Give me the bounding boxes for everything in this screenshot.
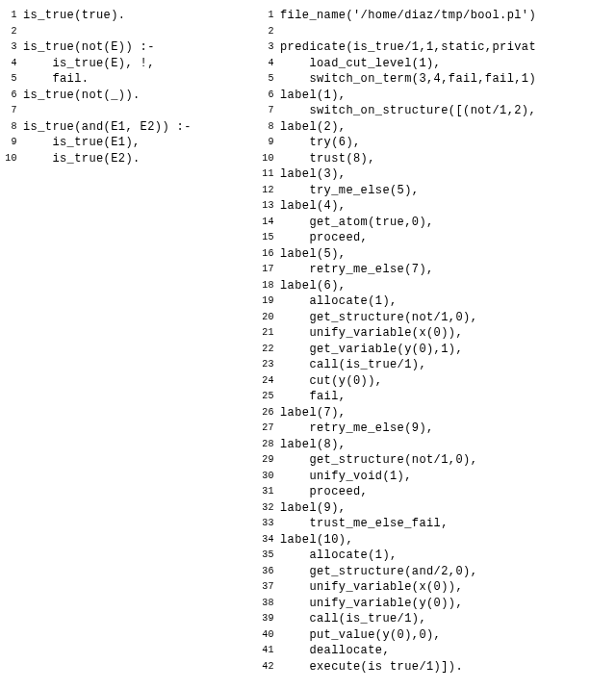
line-number: 17	[261, 262, 280, 278]
line-number: 6	[261, 88, 280, 104]
line-text: get_atom(true,0),	[280, 215, 434, 231]
line-text: label(7),	[280, 405, 346, 421]
source-code-column: 1is_true(true).23is_true(not(E)) :-4 is_…	[4, 8, 249, 675]
line-number: 9	[261, 135, 280, 151]
right-line: 11label(3),	[261, 166, 612, 183]
line-number: 4	[4, 56, 23, 72]
line-number: 36	[261, 564, 280, 580]
line-number: 40	[261, 627, 280, 644]
right-line: 20 get_structure(not/1,0),	[261, 310, 612, 326]
right-line: 14 get_atom(true,0),	[261, 215, 612, 231]
right-line: 8label(2),	[261, 119, 612, 136]
right-line: 35 allocate(1),	[261, 548, 612, 564]
right-line: 34label(10),	[261, 532, 612, 549]
right-line: 19 allocate(1),	[261, 293, 612, 310]
right-line: 2	[261, 24, 612, 40]
line-text: label(6),	[280, 278, 346, 294]
right-line: 32label(9),	[261, 500, 612, 517]
line-text: try(6),	[280, 135, 361, 151]
line-text: try_me_else(5),	[280, 183, 419, 199]
line-number: 4	[261, 56, 280, 72]
line-text: get_variable(y(0),1),	[280, 342, 463, 358]
line-number: 3	[261, 39, 280, 56]
line-text: unify_variable(x(0)),	[280, 325, 463, 342]
line-text: is_true(true).	[23, 8, 125, 24]
line-number: 20	[261, 310, 280, 326]
right-line: 21 unify_variable(x(0)),	[261, 325, 612, 342]
line-text: execute(is true/1)]).	[280, 659, 463, 676]
line-text: retry_me_else(9),	[280, 421, 434, 437]
line-text: unify_variable(x(0)),	[280, 579, 463, 596]
line-text: is_true(E2).	[23, 151, 141, 167]
line-number: 8	[261, 119, 280, 136]
line-number: 26	[261, 405, 280, 421]
line-number: 25	[261, 389, 280, 405]
line-text: proceed,	[280, 484, 368, 500]
line-text: switch_on_structure([(not/1,2),	[280, 103, 536, 119]
line-number: 24	[261, 373, 280, 390]
left-line: 7	[4, 103, 249, 119]
right-line: 4 load_cut_level(1),	[261, 56, 612, 72]
line-text: fail.	[23, 71, 89, 88]
line-number: 23	[261, 357, 280, 373]
right-line: 27 retry_me_else(9),	[261, 421, 612, 437]
line-number: 39	[261, 611, 280, 627]
line-text: get_structure(and/2,0),	[280, 564, 477, 580]
line-number: 34	[261, 532, 280, 549]
line-number: 38	[261, 596, 280, 612]
line-text: is_true(not(E)) :-	[23, 39, 155, 56]
line-number: 5	[4, 71, 23, 88]
right-line: 29 get_structure(not/1,0),	[261, 452, 612, 469]
left-line: 10 is_true(E2).	[4, 151, 249, 167]
line-number: 22	[261, 342, 280, 358]
right-line: 1file_name('/home/diaz/tmp/bool.pl')	[261, 8, 612, 24]
line-text: label(9),	[280, 500, 346, 517]
left-line: 4 is_true(E), !,	[4, 56, 249, 72]
right-line: 42 execute(is true/1)]).	[261, 659, 612, 676]
line-number: 10	[4, 151, 23, 167]
line-text: label(8),	[280, 437, 346, 453]
right-line: 30 unify_void(1),	[261, 469, 612, 485]
line-number: 27	[261, 421, 280, 437]
line-number: 7	[261, 103, 280, 119]
right-line: 40 put_value(y(0),0),	[261, 627, 612, 644]
line-text: allocate(1),	[280, 548, 398, 564]
line-number: 11	[261, 166, 280, 183]
right-line: 23 call(is_true/1),	[261, 357, 612, 373]
right-line: 33 trust_me_else_fail,	[261, 516, 612, 532]
line-number: 6	[4, 88, 23, 104]
right-line: 7 switch_on_structure([(not/1,2),	[261, 103, 612, 119]
line-text: unify_variable(y(0)),	[280, 596, 463, 612]
right-line: 31 proceed,	[261, 484, 612, 500]
right-line: 12 try_me_else(5),	[261, 183, 612, 199]
line-text: unify_void(1),	[280, 469, 412, 485]
right-line: 39 call(is_true/1),	[261, 611, 612, 627]
right-line: 16label(5),	[261, 246, 612, 263]
line-text: predicate(is_true/1,1,static,privat	[280, 39, 536, 56]
left-line: 9 is_true(E1),	[4, 135, 249, 151]
line-text: label(4),	[280, 198, 346, 215]
line-number: 3	[4, 39, 23, 56]
line-number: 12	[261, 183, 280, 199]
line-number: 42	[261, 659, 280, 676]
right-line: 5 switch_on_term(3,4,fail,fail,1)	[261, 71, 612, 88]
line-text: get_structure(not/1,0),	[280, 310, 477, 326]
line-text: file_name('/home/diaz/tmp/bool.pl')	[280, 8, 536, 24]
line-text: label(1),	[280, 88, 346, 104]
line-number: 7	[4, 103, 23, 119]
line-number: 29	[261, 452, 280, 469]
line-number: 5	[261, 71, 280, 88]
line-text: fail,	[280, 389, 346, 405]
right-line: 17 retry_me_else(7),	[261, 262, 612, 278]
right-line: 22 get_variable(y(0),1),	[261, 342, 612, 358]
line-number: 16	[261, 246, 280, 263]
left-line: 1is_true(true).	[4, 8, 249, 24]
left-line: 6is_true(not(_)).	[4, 88, 249, 104]
line-text: proceed,	[280, 230, 368, 246]
right-line: 38 unify_variable(y(0)),	[261, 596, 612, 612]
right-line: 41 deallocate,	[261, 643, 612, 659]
line-number: 10	[261, 151, 280, 167]
line-text: put_value(y(0),0),	[280, 627, 441, 644]
right-line: 13label(4),	[261, 198, 612, 215]
right-line: 9 try(6),	[261, 135, 612, 151]
